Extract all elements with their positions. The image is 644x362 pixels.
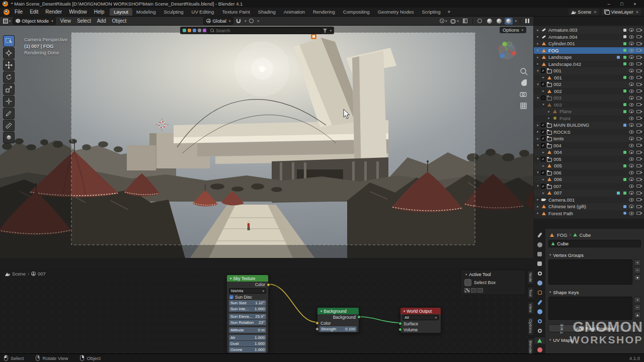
eye-icon[interactable]: [629, 96, 634, 100]
render-visibility-icon[interactable]: [636, 89, 641, 93]
sky-param-sun-size[interactable]: Sun Size1.12°: [229, 300, 266, 306]
disclosure-icon[interactable]: ▸: [535, 130, 540, 134]
shader-tab-view[interactable]: View: [527, 301, 533, 315]
outliner-row-007[interactable]: ▾✓007: [534, 183, 644, 190]
sky-texture-node[interactable]: ▾ Sky Texture Color Nishita ▾ ✓ Sun Disc…: [226, 275, 269, 353]
outliner-row-003[interactable]: ▾003: [534, 102, 644, 109]
disclosure-icon[interactable]: ▸: [535, 48, 540, 52]
chevron-down-icon[interactable]: ▾: [330, 29, 332, 33]
collection-checkbox[interactable]: ✓: [541, 130, 545, 134]
xray-toggle[interactable]: [461, 17, 469, 25]
outliner-row-cylinder-001[interactable]: ▸Cylinder.001: [534, 40, 644, 47]
maximize-button[interactable]: □: [615, 0, 628, 8]
asset-search-bar[interactable]: ▾: [180, 27, 334, 34]
eye-icon[interactable]: [629, 35, 634, 39]
properties-tab-particles[interactable]: [534, 309, 545, 315]
workspace-tab-geometry-nodes[interactable]: Geometry Nodes: [374, 8, 418, 16]
pause-icon[interactable]: [525, 19, 529, 23]
render-visibility-icon[interactable]: [636, 42, 641, 45]
shading-material-button[interactable]: [495, 17, 503, 25]
output-target-dropdown[interactable]: All ▾: [403, 315, 439, 320]
disclosure-icon[interactable]: ▸: [546, 110, 551, 114]
proportional-dropdown-icon[interactable]: ▾: [257, 19, 259, 23]
menu-help[interactable]: Help: [91, 9, 108, 15]
3d-viewport[interactable]: Camera Perspective (1) 007 | FOG Renderi…: [0, 26, 533, 258]
asset-category-icon[interactable]: [183, 29, 186, 32]
eye-icon[interactable]: [629, 49, 634, 52]
eye-icon[interactable]: [629, 130, 634, 134]
tool-transform[interactable]: [3, 96, 15, 107]
render-visibility-icon[interactable]: [636, 76, 641, 79]
outliner-row-plane[interactable]: ▸Plane: [534, 108, 644, 115]
disclosure-icon[interactable]: ▸: [541, 191, 546, 195]
disclosure-icon[interactable]: ▸: [541, 164, 546, 168]
shader-tab-blenderkit[interactable]: BlenderKit: [527, 338, 533, 353]
properties-tab-material[interactable]: [534, 347, 545, 353]
shading-rendered-button[interactable]: [505, 18, 513, 25]
disclosure-icon[interactable]: ▾: [541, 103, 546, 107]
shader-tab-tool[interactable]: Tool: [527, 287, 533, 299]
sky-param-sun-inte-[interactable]: Sun Inte...1.000: [229, 306, 266, 312]
disclosure-icon[interactable]: ▾: [535, 82, 540, 86]
eye-icon[interactable]: [629, 157, 634, 161]
outliner-row-002[interactable]: ▸002: [534, 88, 644, 95]
properties-tab-render[interactable]: [534, 241, 545, 248]
menu-render[interactable]: Render: [42, 9, 65, 15]
collapse-icon[interactable]: ▾: [320, 309, 322, 313]
shading-solid-button[interactable]: [486, 17, 494, 25]
render-visibility-icon[interactable]: [636, 178, 641, 181]
world-output-node-header[interactable]: ▾ World Output: [400, 308, 441, 314]
disclosure-icon[interactable]: ▾: [535, 170, 540, 174]
add-vertex-group-button[interactable]: +: [634, 259, 641, 266]
sky-texture-node-header[interactable]: ▾ Sky Texture: [227, 275, 268, 282]
eye-icon[interactable]: [629, 177, 634, 181]
collection-checkbox[interactable]: [541, 96, 545, 100]
collection-checkbox[interactable]: ✓: [541, 184, 545, 189]
workspace-tab-compositing[interactable]: Compositing: [339, 8, 374, 16]
disclosure-icon[interactable]: ▾: [535, 69, 540, 73]
render-visibility-icon[interactable]: [636, 62, 641, 65]
editor-type-button[interactable]: ▾: [2, 17, 12, 25]
shape-keys-panel-header[interactable]: ▾ Shape Keys: [548, 289, 641, 296]
shape-keys-list[interactable]: [548, 297, 632, 320]
menu-file[interactable]: File: [11, 9, 26, 15]
eye-icon[interactable]: [629, 123, 634, 127]
disclosure-icon[interactable]: ▸: [535, 35, 540, 39]
vertex-group-specials-menu[interactable]: ▾: [634, 275, 641, 281]
show-overlays-toggle[interactable]: ▾: [449, 17, 459, 25]
show-gizmos-toggle[interactable]: ▾: [439, 17, 448, 25]
vertex-groups-panel-header[interactable]: ▾ Vertex Groups: [548, 251, 641, 258]
viewport-menu-add[interactable]: Add: [94, 18, 109, 24]
background-output-socket[interactable]: [357, 315, 361, 319]
eye-icon[interactable]: [629, 150, 634, 154]
render-visibility-icon[interactable]: [636, 124, 641, 127]
texture-slot-icon[interactable]: [471, 288, 476, 293]
collapse-icon[interactable]: ▾: [230, 277, 231, 281]
viewport-menu-select[interactable]: Select: [74, 18, 94, 24]
tool-add-cube[interactable]: [3, 132, 15, 143]
collection-checkbox[interactable]: ✓: [541, 170, 545, 175]
render-visibility-icon[interactable]: [636, 83, 641, 86]
render-visibility-icon[interactable]: [636, 110, 641, 113]
viewport-menu-view[interactable]: View: [57, 18, 74, 24]
color-input-socket[interactable]: [315, 321, 319, 325]
asset-search-field[interactable]: [208, 27, 321, 34]
render-visibility-icon[interactable]: [636, 97, 641, 100]
name-input[interactable]: [557, 241, 638, 246]
render-visibility-icon[interactable]: [636, 49, 641, 52]
eye-icon[interactable]: [629, 144, 634, 147]
tool-select-box[interactable]: [3, 35, 15, 47]
outliner-row-forest-path[interactable]: ▸Forest Path: [534, 210, 644, 217]
outliner-row-armature-003[interactable]: ▸Armature.003: [534, 27, 644, 34]
eye-icon[interactable]: [629, 103, 634, 107]
render-visibility-icon[interactable]: [636, 198, 641, 201]
datablock-name-field[interactable]: [548, 240, 641, 247]
view-layer-selector[interactable]: ViewLayer ×: [602, 9, 641, 15]
active-tool-header[interactable]: ▾ Active Tool: [464, 272, 522, 277]
disclosure-icon[interactable]: ▸: [535, 198, 540, 202]
outliner-row-main-building[interactable]: ▸✓MAIN BUILDING: [534, 122, 644, 129]
workspace-tab-texture-paint[interactable]: Texture Paint: [218, 8, 254, 16]
outliner-row-chinese-tent-gift-[interactable]: ▸Chinese tent (gift): [534, 203, 644, 210]
snap-dropdown-icon[interactable]: ▾: [245, 19, 246, 23]
properties-tab-view-layer[interactable]: [534, 260, 545, 267]
